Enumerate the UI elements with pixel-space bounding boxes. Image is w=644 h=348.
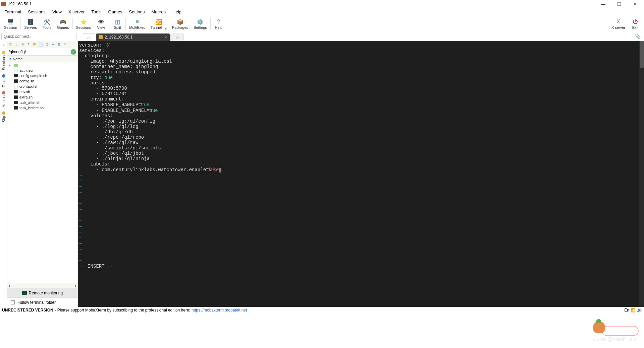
quick-connect-row: ⌂ 2. 192.168.50.1 × ◇ 📎 bbox=[0, 32, 644, 41]
titlebar: 192.168.50.1 — ❐ ✕ bbox=[0, 0, 644, 8]
file-name: config.sample.sh bbox=[19, 74, 47, 78]
tab-new[interactable]: ◇ bbox=[170, 33, 184, 41]
file-row[interactable]: auth.json bbox=[7, 68, 77, 73]
sessions-icon: ⭐ bbox=[80, 18, 87, 25]
vrail-sessions[interactable]: Sessions bbox=[1, 49, 6, 72]
tool-packages[interactable]: 📦Packages bbox=[169, 17, 191, 31]
packages-icon: 📦 bbox=[177, 18, 183, 25]
tool-tools[interactable]: 🛠️Tools bbox=[40, 17, 54, 31]
tool-servers[interactable]: 🗄️Servers bbox=[21, 17, 40, 31]
sb-tool-5[interactable]: 📄 bbox=[38, 42, 44, 47]
sidebar-h-scroll[interactable]: ◂▸ bbox=[7, 283, 77, 288]
tool-view[interactable]: 👁️View bbox=[94, 17, 108, 31]
status-link[interactable]: https://mobaxterm.mobatek.net bbox=[192, 308, 247, 312]
sidebar-path-row: ✓ bbox=[7, 48, 77, 56]
file-name: .. bbox=[19, 63, 21, 67]
sb-tool-6[interactable]: ⊘ bbox=[44, 42, 50, 47]
sidebar-column-header[interactable]: ▾ Name bbox=[7, 56, 77, 62]
file-name: auth.json bbox=[19, 68, 35, 72]
follow-terminal-row[interactable]: Follow terminal folder bbox=[7, 297, 77, 307]
sidebar-path-input[interactable] bbox=[7, 49, 69, 55]
tool-label: View bbox=[97, 25, 105, 29]
tool-label: Servers bbox=[24, 25, 37, 29]
file-row[interactable]: ▸.. bbox=[7, 62, 77, 68]
terminal[interactable]: version: "3" services: qinglong: image: … bbox=[78, 41, 639, 307]
rail-collapse-icon[interactable]: « bbox=[2, 42, 5, 47]
sb-tool-0[interactable]: 📁 bbox=[8, 42, 13, 47]
script-icon bbox=[13, 90, 18, 94]
tool-multiexec[interactable]: ≡MultiExec bbox=[126, 17, 148, 31]
menu-settings[interactable]: Settings bbox=[126, 8, 148, 15]
tool-label: Help bbox=[215, 25, 223, 29]
minimize-button[interactable]: — bbox=[598, 1, 608, 7]
tool-label: Split bbox=[114, 25, 121, 29]
terminal-scrollbar[interactable] bbox=[639, 41, 644, 307]
menu-tools[interactable]: Tools bbox=[88, 8, 105, 15]
file-row[interactable]: crontab.list bbox=[7, 84, 77, 89]
file-row[interactable]: config.sample.sh bbox=[7, 73, 77, 78]
attachment-icon[interactable]: 📎 bbox=[635, 33, 641, 39]
status-dash: - bbox=[55, 308, 56, 312]
menu-view[interactable]: View bbox=[49, 8, 65, 15]
vrail-sftp[interactable]: Sftp bbox=[1, 110, 6, 125]
split-icon: ◫ bbox=[114, 18, 121, 25]
tab-close-icon[interactable]: × bbox=[164, 35, 167, 40]
close-button[interactable]: ✕ bbox=[631, 1, 640, 7]
file-name: extra.sh bbox=[19, 95, 33, 99]
sb-tool-3[interactable]: ↻ bbox=[26, 42, 32, 47]
sb-tool-7[interactable]: A bbox=[50, 42, 56, 47]
sb-tool-2[interactable]: ⇩ bbox=[20, 42, 25, 47]
menu-x-server[interactable]: X server bbox=[65, 8, 88, 15]
file-row[interactable]: config.sh bbox=[7, 78, 77, 84]
menu-terminal[interactable]: Terminal bbox=[1, 8, 24, 15]
quick-connect-input[interactable] bbox=[1, 33, 76, 40]
file-row[interactable]: extra.sh bbox=[7, 94, 77, 100]
scrollbar-thumb[interactable] bbox=[640, 41, 644, 68]
status-text: Please support MobaXterm by subscribing … bbox=[57, 308, 190, 312]
home-icon: ⌂ bbox=[87, 35, 90, 40]
file-row[interactable]: task_before.sh bbox=[7, 105, 77, 111]
maximize-button[interactable]: ❐ bbox=[614, 1, 624, 7]
vrail-tools[interactable]: Tools bbox=[1, 72, 6, 89]
script-icon bbox=[13, 74, 18, 78]
app-icon bbox=[1, 2, 6, 6]
tool-session[interactable]: 🖥️Session bbox=[1, 17, 20, 31]
follow-checkbox[interactable] bbox=[11, 300, 15, 304]
toolbar: 🖥️Session🗄️Servers🛠️Tools🎮Games⭐Sessions… bbox=[0, 16, 644, 32]
tool-label: Session bbox=[4, 25, 17, 29]
tool-split[interactable]: ◫Split bbox=[110, 17, 125, 31]
vrail-dot-icon bbox=[2, 112, 5, 115]
menu-games[interactable]: Games bbox=[105, 8, 126, 15]
tab-active[interactable]: 2. 192.168.50.1 × bbox=[96, 33, 170, 41]
menu-help[interactable]: Help bbox=[169, 8, 185, 15]
tool-settings[interactable]: ⚙️Settings bbox=[191, 17, 210, 31]
vrail-dot-icon bbox=[2, 74, 5, 78]
vrail-macros[interactable]: Macros bbox=[1, 89, 6, 110]
tool-label: Settings bbox=[194, 25, 207, 29]
menu-macros[interactable]: Macros bbox=[148, 8, 169, 15]
sb-tool-1[interactable]: ↓ bbox=[14, 42, 19, 47]
menu-sessions[interactable]: Sessions bbox=[24, 8, 49, 15]
sb-tool-4[interactable]: 📂 bbox=[32, 42, 38, 47]
tabs: ⌂ 2. 192.168.50.1 × ◇ 📎 bbox=[78, 32, 643, 41]
tool-games[interactable]: 🎮Games bbox=[54, 17, 71, 31]
statusbar: UNREGISTERED VERSION - Please support Mo… bbox=[0, 307, 644, 313]
file-row[interactable]: task_after.sh bbox=[7, 100, 77, 105]
tool-sessions[interactable]: ⭐Sessions bbox=[73, 17, 94, 31]
main-area: « SessionsToolsMacrosSftp 📁↓⇩↻📂📄⊘A▯✎ ✓ ▾… bbox=[0, 41, 644, 307]
tool-label: X server bbox=[611, 25, 625, 29]
tool-exit[interactable]: ⏻Exit bbox=[628, 17, 643, 31]
watermark-text: CSDN @Akashi_RD bbox=[593, 337, 636, 342]
tool-x server[interactable]: XX server bbox=[609, 17, 628, 31]
file-row[interactable]: env.sh bbox=[7, 89, 77, 94]
tab-home[interactable]: ⌂ bbox=[82, 33, 95, 41]
exit-icon: ⏻ bbox=[632, 18, 639, 25]
tool-tunneling[interactable]: 🔀Tunneling bbox=[148, 17, 169, 31]
remote-monitoring-button[interactable]: Remote monitoring bbox=[7, 288, 77, 297]
file-name: crontab.list bbox=[19, 84, 37, 88]
x server-icon: X bbox=[615, 18, 622, 25]
sb-tool-9[interactable]: ✎ bbox=[62, 42, 68, 47]
vertical-rail: « SessionsToolsMacrosSftp bbox=[0, 41, 7, 307]
tool-help[interactable]: ?Help bbox=[211, 17, 226, 31]
sb-tool-8[interactable]: ▯ bbox=[56, 42, 62, 47]
